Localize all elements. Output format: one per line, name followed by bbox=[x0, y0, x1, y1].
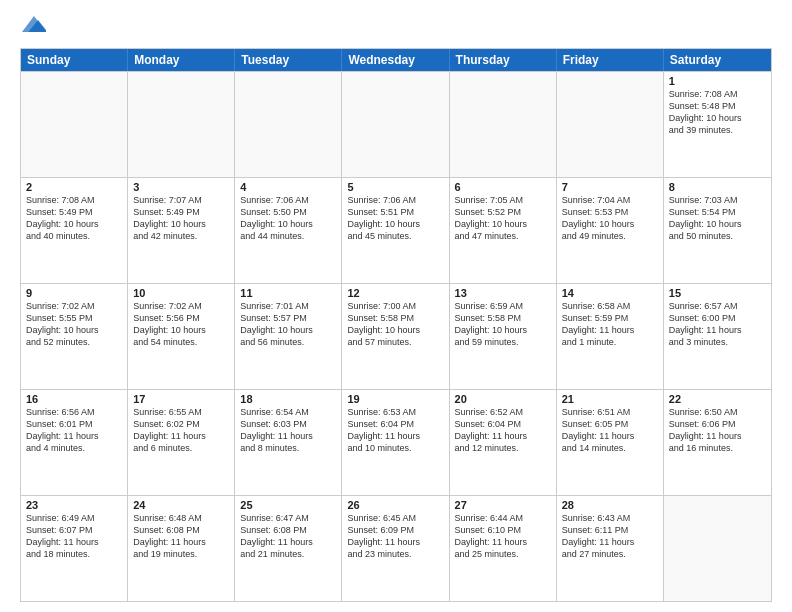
day-cell-15: 15Sunrise: 6:57 AM Sunset: 6:00 PM Dayli… bbox=[664, 284, 771, 389]
day-number: 12 bbox=[347, 287, 443, 299]
page-header bbox=[20, 16, 772, 40]
day-number: 1 bbox=[669, 75, 766, 87]
day-info: Sunrise: 7:06 AM Sunset: 5:50 PM Dayligh… bbox=[240, 194, 336, 243]
day-cell-28: 28Sunrise: 6:43 AM Sunset: 6:11 PM Dayli… bbox=[557, 496, 664, 601]
day-cell-4: 4Sunrise: 7:06 AM Sunset: 5:50 PM Daylig… bbox=[235, 178, 342, 283]
day-info: Sunrise: 7:02 AM Sunset: 5:56 PM Dayligh… bbox=[133, 300, 229, 349]
day-number: 18 bbox=[240, 393, 336, 405]
day-info: Sunrise: 7:03 AM Sunset: 5:54 PM Dayligh… bbox=[669, 194, 766, 243]
day-number: 6 bbox=[455, 181, 551, 193]
day-number: 20 bbox=[455, 393, 551, 405]
day-cell-3: 3Sunrise: 7:07 AM Sunset: 5:49 PM Daylig… bbox=[128, 178, 235, 283]
day-cell-23: 23Sunrise: 6:49 AM Sunset: 6:07 PM Dayli… bbox=[21, 496, 128, 601]
day-info: Sunrise: 7:04 AM Sunset: 5:53 PM Dayligh… bbox=[562, 194, 658, 243]
day-cell-25: 25Sunrise: 6:47 AM Sunset: 6:08 PM Dayli… bbox=[235, 496, 342, 601]
day-info: Sunrise: 6:48 AM Sunset: 6:08 PM Dayligh… bbox=[133, 512, 229, 561]
calendar-row-0: 1Sunrise: 7:08 AM Sunset: 5:48 PM Daylig… bbox=[21, 71, 771, 177]
day-number: 21 bbox=[562, 393, 658, 405]
day-number: 4 bbox=[240, 181, 336, 193]
day-cell-20: 20Sunrise: 6:52 AM Sunset: 6:04 PM Dayli… bbox=[450, 390, 557, 495]
day-number: 24 bbox=[133, 499, 229, 511]
day-cell-empty-0-3 bbox=[342, 72, 449, 177]
day-info: Sunrise: 6:51 AM Sunset: 6:05 PM Dayligh… bbox=[562, 406, 658, 455]
day-info: Sunrise: 7:05 AM Sunset: 5:52 PM Dayligh… bbox=[455, 194, 551, 243]
day-number: 15 bbox=[669, 287, 766, 299]
day-number: 26 bbox=[347, 499, 443, 511]
header-cell-sunday: Sunday bbox=[21, 49, 128, 71]
day-cell-empty-0-1 bbox=[128, 72, 235, 177]
day-cell-empty-0-5 bbox=[557, 72, 664, 177]
day-cell-2: 2Sunrise: 7:08 AM Sunset: 5:49 PM Daylig… bbox=[21, 178, 128, 283]
day-cell-24: 24Sunrise: 6:48 AM Sunset: 6:08 PM Dayli… bbox=[128, 496, 235, 601]
day-info: Sunrise: 6:55 AM Sunset: 6:02 PM Dayligh… bbox=[133, 406, 229, 455]
day-cell-empty-0-2 bbox=[235, 72, 342, 177]
day-cell-21: 21Sunrise: 6:51 AM Sunset: 6:05 PM Dayli… bbox=[557, 390, 664, 495]
day-cell-27: 27Sunrise: 6:44 AM Sunset: 6:10 PM Dayli… bbox=[450, 496, 557, 601]
day-number: 22 bbox=[669, 393, 766, 405]
day-number: 11 bbox=[240, 287, 336, 299]
header-cell-tuesday: Tuesday bbox=[235, 49, 342, 71]
day-cell-6: 6Sunrise: 7:05 AM Sunset: 5:52 PM Daylig… bbox=[450, 178, 557, 283]
day-cell-empty-4-6 bbox=[664, 496, 771, 601]
day-number: 7 bbox=[562, 181, 658, 193]
day-cell-22: 22Sunrise: 6:50 AM Sunset: 6:06 PM Dayli… bbox=[664, 390, 771, 495]
calendar-row-2: 9Sunrise: 7:02 AM Sunset: 5:55 PM Daylig… bbox=[21, 283, 771, 389]
logo-icon bbox=[22, 12, 46, 36]
day-info: Sunrise: 6:45 AM Sunset: 6:09 PM Dayligh… bbox=[347, 512, 443, 561]
calendar: SundayMondayTuesdayWednesdayThursdayFrid… bbox=[20, 48, 772, 602]
day-cell-13: 13Sunrise: 6:59 AM Sunset: 5:58 PM Dayli… bbox=[450, 284, 557, 389]
day-info: Sunrise: 6:43 AM Sunset: 6:11 PM Dayligh… bbox=[562, 512, 658, 561]
header-cell-monday: Monday bbox=[128, 49, 235, 71]
day-number: 8 bbox=[669, 181, 766, 193]
day-number: 10 bbox=[133, 287, 229, 299]
header-cell-thursday: Thursday bbox=[450, 49, 557, 71]
day-number: 14 bbox=[562, 287, 658, 299]
calendar-row-1: 2Sunrise: 7:08 AM Sunset: 5:49 PM Daylig… bbox=[21, 177, 771, 283]
day-number: 2 bbox=[26, 181, 122, 193]
day-info: Sunrise: 6:58 AM Sunset: 5:59 PM Dayligh… bbox=[562, 300, 658, 349]
day-cell-18: 18Sunrise: 6:54 AM Sunset: 6:03 PM Dayli… bbox=[235, 390, 342, 495]
day-number: 5 bbox=[347, 181, 443, 193]
day-number: 19 bbox=[347, 393, 443, 405]
day-info: Sunrise: 6:53 AM Sunset: 6:04 PM Dayligh… bbox=[347, 406, 443, 455]
day-info: Sunrise: 6:44 AM Sunset: 6:10 PM Dayligh… bbox=[455, 512, 551, 561]
day-number: 9 bbox=[26, 287, 122, 299]
day-info: Sunrise: 7:07 AM Sunset: 5:49 PM Dayligh… bbox=[133, 194, 229, 243]
day-info: Sunrise: 7:06 AM Sunset: 5:51 PM Dayligh… bbox=[347, 194, 443, 243]
day-cell-17: 17Sunrise: 6:55 AM Sunset: 6:02 PM Dayli… bbox=[128, 390, 235, 495]
day-cell-16: 16Sunrise: 6:56 AM Sunset: 6:01 PM Dayli… bbox=[21, 390, 128, 495]
day-number: 25 bbox=[240, 499, 336, 511]
day-info: Sunrise: 7:02 AM Sunset: 5:55 PM Dayligh… bbox=[26, 300, 122, 349]
day-number: 23 bbox=[26, 499, 122, 511]
day-cell-8: 8Sunrise: 7:03 AM Sunset: 5:54 PM Daylig… bbox=[664, 178, 771, 283]
day-number: 16 bbox=[26, 393, 122, 405]
header-cell-friday: Friday bbox=[557, 49, 664, 71]
header-cell-saturday: Saturday bbox=[664, 49, 771, 71]
day-info: Sunrise: 6:49 AM Sunset: 6:07 PM Dayligh… bbox=[26, 512, 122, 561]
logo bbox=[20, 16, 46, 40]
day-cell-26: 26Sunrise: 6:45 AM Sunset: 6:09 PM Dayli… bbox=[342, 496, 449, 601]
day-cell-5: 5Sunrise: 7:06 AM Sunset: 5:51 PM Daylig… bbox=[342, 178, 449, 283]
day-info: Sunrise: 7:00 AM Sunset: 5:58 PM Dayligh… bbox=[347, 300, 443, 349]
day-info: Sunrise: 6:59 AM Sunset: 5:58 PM Dayligh… bbox=[455, 300, 551, 349]
day-info: Sunrise: 7:08 AM Sunset: 5:48 PM Dayligh… bbox=[669, 88, 766, 137]
day-info: Sunrise: 6:50 AM Sunset: 6:06 PM Dayligh… bbox=[669, 406, 766, 455]
day-info: Sunrise: 7:08 AM Sunset: 5:49 PM Dayligh… bbox=[26, 194, 122, 243]
day-cell-7: 7Sunrise: 7:04 AM Sunset: 5:53 PM Daylig… bbox=[557, 178, 664, 283]
day-cell-10: 10Sunrise: 7:02 AM Sunset: 5:56 PM Dayli… bbox=[128, 284, 235, 389]
calendar-row-4: 23Sunrise: 6:49 AM Sunset: 6:07 PM Dayli… bbox=[21, 495, 771, 601]
day-number: 27 bbox=[455, 499, 551, 511]
day-number: 28 bbox=[562, 499, 658, 511]
day-number: 3 bbox=[133, 181, 229, 193]
calendar-header: SundayMondayTuesdayWednesdayThursdayFrid… bbox=[21, 49, 771, 71]
day-info: Sunrise: 6:57 AM Sunset: 6:00 PM Dayligh… bbox=[669, 300, 766, 349]
day-cell-1: 1Sunrise: 7:08 AM Sunset: 5:48 PM Daylig… bbox=[664, 72, 771, 177]
day-number: 17 bbox=[133, 393, 229, 405]
day-info: Sunrise: 6:47 AM Sunset: 6:08 PM Dayligh… bbox=[240, 512, 336, 561]
calendar-row-3: 16Sunrise: 6:56 AM Sunset: 6:01 PM Dayli… bbox=[21, 389, 771, 495]
day-info: Sunrise: 6:56 AM Sunset: 6:01 PM Dayligh… bbox=[26, 406, 122, 455]
day-cell-11: 11Sunrise: 7:01 AM Sunset: 5:57 PM Dayli… bbox=[235, 284, 342, 389]
day-cell-empty-0-0 bbox=[21, 72, 128, 177]
day-info: Sunrise: 6:52 AM Sunset: 6:04 PM Dayligh… bbox=[455, 406, 551, 455]
day-cell-empty-0-4 bbox=[450, 72, 557, 177]
